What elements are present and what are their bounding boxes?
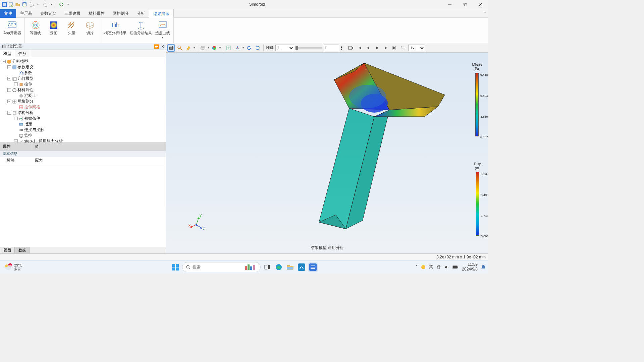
explorer-icon[interactable] <box>285 262 295 272</box>
notifications-icon[interactable] <box>481 264 486 270</box>
highlight-icon[interactable] <box>185 44 192 52</box>
tree-toggle-icon[interactable]: − <box>7 88 11 92</box>
browser-tab-model[interactable]: 模型 <box>0 50 15 57</box>
menu-tab-file[interactable]: 文件 <box>0 9 16 18</box>
tree-toggle-icon[interactable]: − <box>7 65 11 69</box>
tray-app-icon[interactable] <box>421 265 426 269</box>
rotate-left-icon[interactable] <box>245 44 253 52</box>
tree-node[interactable]: −网格剖分 <box>1 99 165 104</box>
tree-node[interactable]: −参数定义 <box>1 64 165 70</box>
tree-node[interactable]: −结构分析 <box>1 110 165 116</box>
volume-icon[interactable] <box>444 265 449 269</box>
tree-node[interactable]: Xa参数 <box>1 70 165 76</box>
menu-tab-home[interactable]: 主屏幕 <box>16 9 36 18</box>
panel-pin-icon[interactable]: ⏩ <box>154 44 159 49</box>
menu-tab-results[interactable]: 结果展示 <box>149 9 174 18</box>
close-button[interactable] <box>473 0 488 9</box>
first-frame-icon[interactable] <box>356 44 363 52</box>
tree-toggle-icon[interactable]: − <box>2 60 6 63</box>
tree-toggle-icon[interactable]: + <box>14 82 18 86</box>
time-slider[interactable] <box>296 47 322 49</box>
refresh-icon[interactable] <box>58 2 64 7</box>
ribbon-buckling-result[interactable]: 屈曲分析结果 <box>130 19 152 42</box>
weather-icon[interactable]: 1 <box>3 263 12 272</box>
open-icon[interactable] <box>15 2 20 7</box>
property-row[interactable]: 标签 应力 <box>0 157 166 164</box>
ime-indicator[interactable]: 英 <box>429 264 433 270</box>
taskbar-search[interactable] <box>182 262 261 272</box>
frame-input[interactable] <box>324 45 339 51</box>
menu-tab-model3d[interactable]: 三维建模 <box>60 9 85 18</box>
zoom-select-icon[interactable] <box>176 44 183 52</box>
rotate-right-icon[interactable] <box>254 44 261 52</box>
bottom-tab-view[interactable]: 视图 <box>0 247 15 253</box>
tree-node[interactable]: 拉伸网格 <box>1 104 165 110</box>
ribbon-point-curve[interactable]: 选点曲线 ▾ <box>155 19 170 42</box>
camera-icon[interactable] <box>167 44 175 52</box>
viewport-3d[interactable]: x y z Mises（Pa）9.438e+046.494e+043.550e+… <box>166 53 488 253</box>
time-select[interactable]: 1 <box>275 45 294 51</box>
panel-close-icon[interactable]: ✕ <box>161 44 164 49</box>
tree-node[interactable]: −材料属性 <box>1 87 165 93</box>
menu-tab-param[interactable]: 参数定义 <box>36 9 60 18</box>
ribbon-modal-result[interactable]: 模态分析结果 <box>104 19 126 42</box>
tree-toggle-icon[interactable]: − <box>7 77 11 80</box>
fit-view-icon[interactable] <box>225 44 232 52</box>
render-dropdown-icon[interactable]: ▾ <box>208 46 209 49</box>
tree-node[interactable]: −分析模型 <box>1 59 165 64</box>
search-input[interactable] <box>193 265 243 269</box>
tree-node[interactable]: −step-1 : 通用静力分析 <box>1 138 165 143</box>
ribbon-vector[interactable]: 矢量 <box>64 19 79 42</box>
tree-node[interactable]: +初始条件 <box>1 116 165 121</box>
new-icon[interactable] <box>8 2 14 7</box>
loop-icon[interactable] <box>399 44 407 52</box>
last-frame-icon[interactable] <box>391 44 398 52</box>
tree-node[interactable]: 混凝土 <box>1 93 165 99</box>
tree-node[interactable]: +拉伸 <box>1 81 165 87</box>
browser-tab-task[interactable]: 任务 <box>15 50 30 57</box>
menu-tab-mesh[interactable]: 网格剖分 <box>109 9 133 18</box>
tree-node[interactable]: 监控 <box>1 133 165 138</box>
bottom-tab-data[interactable]: 数据 <box>15 247 30 253</box>
ribbon-contour[interactable]: 云图 <box>46 19 61 42</box>
ribbon-slice[interactable]: 切片 <box>83 19 97 42</box>
render-mode-icon[interactable] <box>199 44 207 52</box>
undo-dropdown-icon[interactable]: ▾ <box>35 2 41 7</box>
minimize-button[interactable] <box>442 0 458 9</box>
record-icon[interactable] <box>347 44 355 52</box>
menu-tab-analysis[interactable]: 分析 <box>133 9 149 18</box>
start-button[interactable] <box>171 262 180 272</box>
tree-toggle-icon[interactable]: − <box>7 111 11 115</box>
color-dropdown-icon[interactable]: ▾ <box>219 46 221 49</box>
app-simdroid-icon[interactable] <box>308 262 318 272</box>
maximize-button[interactable] <box>458 0 473 9</box>
battery-icon[interactable] <box>452 265 459 269</box>
ribbon-collapse-icon[interactable]: ⌃ <box>483 11 486 16</box>
model-tree[interactable]: −分析模型−参数定义Xa参数−几何模型+拉伸−材料属性混凝土−网格剖分拉伸网格−… <box>0 57 166 143</box>
highlight-dropdown-icon[interactable]: ▾ <box>194 46 195 49</box>
taskview-icon[interactable] <box>263 262 272 272</box>
tree-toggle-icon[interactable]: − <box>7 100 11 103</box>
clock-time[interactable]: 11:59 <box>468 262 478 267</box>
speed-select[interactable]: 1x <box>408 45 425 51</box>
undo-icon[interactable] <box>28 2 34 7</box>
axis-dropdown-icon[interactable]: ▾ <box>243 46 244 49</box>
ribbon-isoline[interactable]: 等值线 <box>28 19 43 42</box>
frame-up-icon[interactable]: ▲ <box>340 46 343 48</box>
network-icon[interactable] <box>436 265 441 269</box>
tray-chevron-icon[interactable]: ˄ <box>416 265 418 269</box>
tree-node[interactable]: 连接与接触 <box>1 127 165 133</box>
color-cube-icon[interactable] <box>211 44 218 52</box>
tree-node[interactable]: −几何模型 <box>1 76 165 81</box>
clock-date[interactable]: 2024/9/8 <box>462 267 478 272</box>
app-ms-icon[interactable] <box>297 262 306 272</box>
menu-tab-material[interactable]: 材料属性 <box>85 9 109 18</box>
axis-view-icon[interactable] <box>234 44 241 52</box>
ribbon-app-developer[interactable]: APP App开发器 <box>3 19 21 42</box>
tree-toggle-icon[interactable]: − <box>14 139 18 143</box>
tree-node[interactable]: 指定 <box>1 121 165 127</box>
next-frame-icon[interactable] <box>382 44 389 52</box>
tree-toggle-icon[interactable]: + <box>14 117 18 120</box>
qat-customize-icon[interactable]: ▾ <box>65 2 71 7</box>
frame-down-icon[interactable]: ▼ <box>340 48 343 50</box>
